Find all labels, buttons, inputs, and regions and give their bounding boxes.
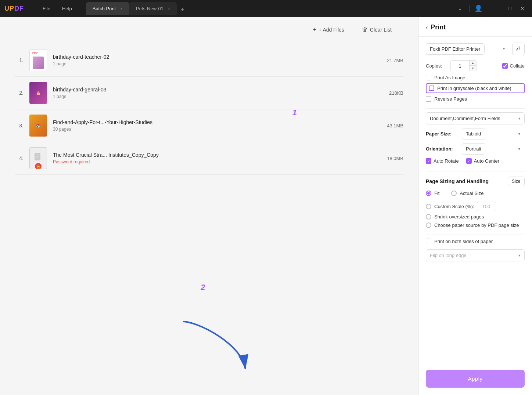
- actual-size-radio[interactable]: [451, 191, 457, 196]
- tab-batch-print-close[interactable]: ×: [120, 6, 122, 11]
- fit-radio[interactable]: [426, 191, 431, 196]
- file-thumbnail: 🔒: [29, 147, 47, 169]
- title-divider: [33, 5, 33, 12]
- doc-icon: [34, 153, 43, 163]
- file-pages: 1 page: [53, 61, 381, 66]
- divider-1: [426, 108, 525, 109]
- page-sizing-title: Page Sizing and Handling: [426, 178, 489, 184]
- print-as-image-checkbox[interactable]: [426, 75, 431, 80]
- paper-source-radio[interactable]: [426, 222, 431, 228]
- shrink-pages-label: Shrink oversized pages: [434, 214, 484, 220]
- apply-button[interactable]: Apply: [426, 370, 525, 388]
- svg-rect-2: [36, 156, 39, 157]
- divider-3: [426, 235, 525, 235]
- flip-edge-select[interactable]: Flip on long edge: [426, 249, 525, 261]
- custom-scale-input[interactable]: [477, 202, 495, 211]
- file-info: The Most Crucial Stra... Institutes_Copy…: [53, 152, 381, 164]
- print-panel: ‹ Print Foxit PDF Editor Printer 🖨 Copie…: [418, 17, 532, 395]
- auto-center-label: Auto Center: [474, 158, 499, 164]
- thumb-preview: [33, 57, 44, 69]
- print-both-sides-checkbox[interactable]: [426, 239, 431, 244]
- list-item: 4. 🔒 The Most Crucial Stra... Institutes…: [15, 142, 403, 175]
- custom-scale-label: Custom Scale (%):: [434, 204, 474, 209]
- add-files-button[interactable]: + + Add Files: [309, 24, 349, 35]
- auto-options-row: ✓ Auto Rotate ✓ Auto Center: [426, 158, 525, 164]
- page-sizing-select[interactable]: Size: [508, 177, 525, 186]
- paper-size-select[interactable]: Tabloid: [462, 128, 485, 139]
- collate-checkbox[interactable]: [502, 63, 508, 69]
- print-both-sides-row: Print on both sides of paper: [426, 239, 525, 244]
- file-list-toolbar: + + Add Files 🗑 Clear List: [15, 24, 403, 35]
- tab-pets[interactable]: Pets-New-01 ×: [129, 2, 177, 15]
- auto-rotate-checkbox[interactable]: ✓: [426, 158, 431, 164]
- shrink-pages-radio[interactable]: [426, 214, 431, 220]
- copies-input[interactable]: [451, 61, 469, 70]
- file-pages: Password required.: [53, 159, 381, 164]
- tab-pets-close[interactable]: ×: [168, 6, 170, 11]
- tab-batch-print[interactable]: Batch Print ×: [86, 2, 129, 15]
- print-grayscale-checkbox[interactable]: [429, 86, 434, 91]
- auto-center-checkbox[interactable]: ✓: [466, 158, 472, 164]
- close-button[interactable]: ✕: [517, 4, 528, 13]
- paper-size-row: Paper Size: Tabloid: [426, 128, 525, 139]
- custom-scale-radio[interactable]: [426, 204, 431, 209]
- print-title: Print: [431, 23, 446, 31]
- file-number: 4.: [15, 155, 24, 161]
- file-thumbnail: PDF: [29, 49, 47, 71]
- menu-help[interactable]: Help: [58, 4, 76, 13]
- copies-row: Copies: ▲ ▼ Collate: [426, 60, 525, 71]
- app-logo: UPDF: [4, 5, 24, 12]
- maximize-button[interactable]: □: [506, 4, 514, 13]
- reverse-pages-label: Reverse Pages: [434, 96, 467, 102]
- print-both-sides-label: Print on both sides of paper: [434, 239, 493, 244]
- print-header: ‹ Print: [418, 17, 532, 37]
- fit-options-row: Fit Actual Size: [426, 191, 525, 199]
- printer-icon: 🖨: [515, 46, 521, 52]
- window-down-icon[interactable]: ⌄: [455, 4, 465, 13]
- printer-select[interactable]: Foxit PDF Editor Printer: [426, 43, 485, 55]
- printer-settings-button[interactable]: 🖨: [512, 43, 525, 55]
- content-dropdown-row: Document,Comment,Form Fields: [426, 112, 525, 124]
- copies-up-button[interactable]: ▲: [470, 61, 476, 66]
- reverse-pages-checkbox[interactable]: [426, 96, 431, 102]
- avatar-icon[interactable]: 👤: [474, 4, 482, 12]
- actual-size-label: Actual Size: [460, 191, 484, 196]
- window-controls: ⌄ 👤 — □ ✕: [455, 4, 528, 13]
- flip-edge-row: Flip on long edge: [426, 249, 525, 261]
- print-back-button[interactable]: ‹: [426, 24, 428, 31]
- add-tab-button[interactable]: +: [177, 4, 188, 15]
- copies-label: Copies:: [426, 63, 446, 69]
- clear-list-button[interactable]: 🗑 Clear List: [357, 24, 396, 35]
- minimize-button[interactable]: —: [492, 4, 503, 13]
- file-list: 1. PDF birthday-card-teacher-02 1 page 2…: [15, 44, 403, 175]
- file-number: 2.: [15, 90, 24, 96]
- file-size: 21.7MB: [387, 58, 403, 63]
- shrink-pages-row: Shrink oversized pages: [426, 214, 525, 220]
- copies-down-button[interactable]: ▼: [470, 66, 476, 71]
- reverse-pages-row: Reverse Pages: [426, 96, 525, 102]
- print-as-image-row: Print As Image: [426, 75, 525, 80]
- trash-icon: 🗑: [362, 26, 368, 33]
- paper-size-select-wrapper: Tabloid: [462, 128, 525, 139]
- lock-badge: 🔒: [35, 163, 42, 169]
- content-select[interactable]: Document,Comment,Form Fields: [426, 112, 525, 124]
- file-number: 3.: [15, 123, 24, 128]
- page-sizing-select-wrapper: Size: [508, 177, 525, 186]
- file-info: birthday-card-genral-03 1 page: [53, 87, 383, 99]
- orientation-select-wrapper: Portrait: [462, 143, 525, 155]
- file-thumbnail: 📚: [29, 115, 47, 137]
- annotation-arrow: [176, 314, 249, 373]
- paper-source-label: Choose paper source by PDF page size: [434, 222, 519, 228]
- tab-pets-label: Pets-New-01: [136, 6, 163, 11]
- tabs-area: Batch Print × Pets-New-01 × +: [86, 2, 450, 15]
- add-files-label: + Add Files: [319, 27, 344, 33]
- file-size: 18.0MB: [387, 156, 403, 161]
- svg-rect-3: [36, 157, 38, 158]
- auto-rotate-label: Auto Rotate: [434, 158, 459, 164]
- page-sizing-section: Page Sizing and Handling Size: [426, 177, 525, 186]
- orientation-select[interactable]: Portrait: [462, 143, 485, 155]
- menu-file[interactable]: File: [39, 4, 54, 13]
- print-body: Foxit PDF Editor Printer 🖨 Copies: ▲ ▼: [418, 37, 532, 364]
- auto-center-wrap: ✓ Auto Center: [466, 158, 499, 164]
- file-pages: 1 page: [53, 94, 383, 99]
